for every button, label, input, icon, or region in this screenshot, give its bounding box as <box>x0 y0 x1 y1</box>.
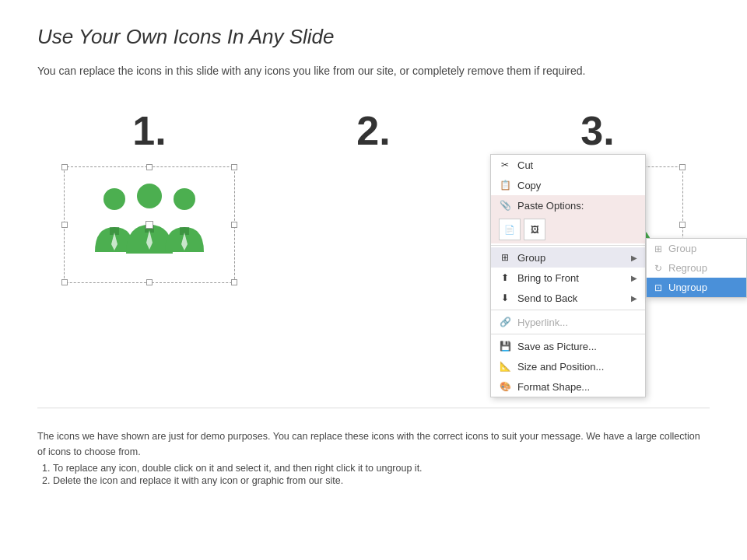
footer-list-item-2: Delete the icon and replace it with any … <box>53 475 710 486</box>
footer: The icons we have shown are just for dem… <box>37 408 710 486</box>
bring-front-arrow-icon: ▶ <box>631 274 637 282</box>
submenu-group: ⊞ Group ↻ Regroup ⊡ Ungroup <box>646 238 747 298</box>
submenu-ungroup-icon: ⊡ <box>654 282 662 293</box>
corner-mr-3 <box>679 222 686 228</box>
slide: Use Your Own Icons In Any Slide You can … <box>0 0 747 560</box>
corner-br <box>231 279 237 285</box>
submenu-regroup-label: Regroup <box>668 262 707 274</box>
context-menu-container: ✂ Cut 📋 Copy 📎 Paste Options: 📄 🖼 <box>490 154 646 397</box>
menu-cut-label: Cut <box>517 159 533 171</box>
svg-point-3 <box>137 184 162 208</box>
content-area: 1. <box>37 107 710 283</box>
hyperlink-icon: 🔗 <box>499 316 511 328</box>
corner-tm <box>146 164 153 170</box>
submenu-regroup-icon: ↻ <box>654 263 662 274</box>
send-back-arrow-icon: ▶ <box>631 294 637 303</box>
menu-item-save-picture[interactable]: 💾 Save as Picture... <box>491 336 645 356</box>
size-position-icon: 📐 <box>499 360 511 373</box>
menu-item-hyperlink: 🔗 Hyperlink... <box>491 312 645 332</box>
menu-copy-label: Copy <box>517 180 541 191</box>
menu-size-position-label: Size and Position... <box>517 361 604 373</box>
corner-tl <box>61 164 68 170</box>
submenu-group-label: Group <box>668 243 696 254</box>
paste-options-row: 📄 🖼 <box>491 215 645 243</box>
step-2: 2. ✂ Cut 📋 Copy 📎 Paste Options: <box>272 107 475 166</box>
menu-item-group[interactable]: ⊞ Group ▶ <box>491 247 645 268</box>
intro-text: You can replace the icons in this slide … <box>37 63 707 79</box>
paste-btn-1[interactable]: 📄 <box>499 219 521 240</box>
submenu-item-group: ⊞ Group <box>647 239 746 258</box>
svg-point-0 <box>103 188 125 210</box>
people-icon-1 <box>87 182 212 268</box>
menu-format-shape-label: Format Shape... <box>517 381 590 393</box>
menu-item-paste-label: 📎 Paste Options: <box>491 195 645 215</box>
menu-hyperlink-label: Hyperlink... <box>517 317 568 328</box>
format-shape-icon: 🎨 <box>499 380 511 393</box>
menu-paste-options-label: Paste Options: <box>517 200 584 212</box>
corner-ml <box>61 222 68 228</box>
paste-btn-2[interactable]: 🖼 <box>524 219 545 240</box>
step-2-number: 2. <box>356 107 390 154</box>
step-1: 1. <box>48 107 251 283</box>
menu-bring-front-label: Bring to Front <box>517 272 579 284</box>
copy-icon: 📋 <box>499 179 511 191</box>
menu-item-bring-front[interactable]: ⬆ Bring to Front ▶ <box>491 268 645 288</box>
corner-bm <box>146 279 153 285</box>
corner-mr <box>231 222 237 228</box>
group-icon: ⊞ <box>499 251 511 264</box>
submenu-item-regroup: ↻ Regroup <box>647 258 746 278</box>
menu-item-copy[interactable]: 📋 Copy <box>491 175 645 195</box>
context-menu: ✂ Cut 📋 Copy 📎 Paste Options: 📄 🖼 <box>490 154 646 397</box>
cut-icon: ✂ <box>499 159 511 171</box>
menu-item-cut[interactable]: ✂ Cut <box>491 155 645 175</box>
separator-1 <box>491 245 645 246</box>
footer-list: To replace any icon, double click on it … <box>37 463 710 486</box>
step-3-number: 3. <box>580 107 614 154</box>
submenu-group-icon: ⊞ <box>654 243 662 254</box>
save-picture-icon: 💾 <box>499 340 511 352</box>
send-back-icon: ⬇ <box>499 292 511 304</box>
corner-tr-3 <box>679 164 686 170</box>
menu-save-picture-label: Save as Picture... <box>517 341 597 352</box>
step-1-number: 1. <box>132 107 166 154</box>
slide-title: Use Your Own Icons In Any Slide <box>37 25 710 49</box>
corner-tr <box>231 164 237 170</box>
footer-main-text: The icons we have shown are just for dem… <box>37 429 710 460</box>
menu-group-label: Group <box>517 252 545 264</box>
svg-point-6 <box>174 188 195 210</box>
paste-icon: 📎 <box>499 199 511 212</box>
separator-2 <box>491 310 645 310</box>
footer-list-item-1: To replace any icon, double click on it … <box>53 463 710 474</box>
group-arrow-icon: ▶ <box>631 254 637 262</box>
menu-item-send-back[interactable]: ⬇ Send to Back ▶ <box>491 288 645 308</box>
bring-front-icon: ⬆ <box>499 271 511 284</box>
menu-send-back-label: Send to Back <box>517 292 577 304</box>
step-1-icon-box <box>64 166 235 283</box>
submenu-item-ungroup[interactable]: ⊡ Ungroup <box>647 278 746 297</box>
submenu-ungroup-label: Ungroup <box>668 282 707 293</box>
separator-3 <box>491 334 645 334</box>
menu-item-format-shape[interactable]: 🎨 Format Shape... <box>491 376 645 397</box>
corner-bl <box>61 279 68 285</box>
menu-item-size-position[interactable]: 📐 Size and Position... <box>491 356 645 376</box>
